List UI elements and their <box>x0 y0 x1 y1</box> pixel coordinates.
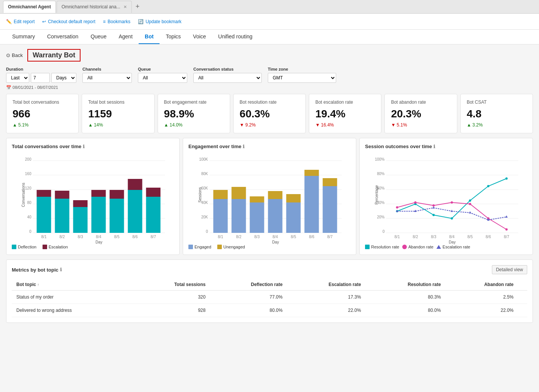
table-row: Delivered to wrong address 928 80.0% 22.… <box>12 304 527 317</box>
trend-up-icon: ▲ <box>467 122 471 128</box>
svg-text:8/7: 8/7 <box>327 235 333 239</box>
svg-rect-17 <box>73 200 88 207</box>
tab-conversation[interactable]: Conversation <box>41 30 85 44</box>
tab-queue[interactable]: Queue <box>84 30 112 44</box>
row-1-abandon: 22.0% <box>446 304 518 317</box>
svg-text:20%: 20% <box>377 215 384 219</box>
svg-text:8/2: 8/2 <box>60 235 65 239</box>
row-1-sessions: 928 <box>134 304 210 317</box>
tab-summary[interactable]: Summary <box>6 30 41 44</box>
timezone-filter: Time zone GMT <box>268 67 336 83</box>
chart-outcomes-legend: Resolution rate Abandon rate Escalation … <box>365 245 527 249</box>
channels-select[interactable]: All <box>82 73 132 83</box>
col-abandon-rate[interactable]: Abandon rate <box>446 279 518 291</box>
svg-text:8/6: 8/6 <box>309 235 315 239</box>
svg-text:8/5: 8/5 <box>291 235 296 239</box>
svg-text:8/1: 8/1 <box>395 235 400 239</box>
checkout-default-button[interactable]: ↩ Checkout default report <box>42 19 95 24</box>
kpi-change-1: ▲ 14% <box>88 122 148 128</box>
svg-text:Percentage: Percentage <box>375 185 379 205</box>
back-button[interactable]: ⊙ Back <box>6 52 23 58</box>
row-1-escalation: 22.0% <box>287 304 366 317</box>
svg-text:8/7: 8/7 <box>151 235 156 239</box>
tab-topics[interactable]: Topics <box>160 30 187 44</box>
queue-select[interactable]: All <box>138 73 187 83</box>
page-header: ⊙ Back Warranty Bot <box>6 49 533 62</box>
conv-status-filter: Conversation status All <box>193 67 262 83</box>
svg-marker-98 <box>433 206 435 209</box>
escalation-color <box>43 245 47 249</box>
metrics-header: Metrics by bot topic ℹ Detailed view <box>12 265 527 274</box>
col-bot-topic[interactable]: Bot topic ↑ <box>12 279 134 291</box>
bookmarks-button[interactable]: ≡ Bookmarks <box>103 19 130 24</box>
svg-point-88 <box>506 177 508 180</box>
svg-text:8/6: 8/6 <box>133 235 138 239</box>
detailed-view-button[interactable]: Detailed view <box>492 265 527 274</box>
svg-marker-99 <box>451 210 453 212</box>
row-0-resolution: 80.3% <box>365 291 445 304</box>
svg-rect-51 <box>250 202 264 233</box>
svg-rect-18 <box>92 197 106 233</box>
tab-bot[interactable]: Bot <box>139 30 160 44</box>
duration-preset-select[interactable]: Last <box>6 73 29 83</box>
col-total-sessions[interactable]: Total sessions <box>134 279 210 291</box>
svg-rect-12 <box>37 197 51 233</box>
svg-text:8/3: 8/3 <box>254 235 260 239</box>
duration-label: Duration <box>6 67 76 71</box>
chart-outcomes-title: Session outcomes over time ℹ <box>365 144 527 149</box>
svg-rect-22 <box>128 190 142 233</box>
resolution-color <box>365 245 370 249</box>
svg-text:200: 200 <box>25 157 32 161</box>
svg-point-86 <box>469 199 471 202</box>
svg-rect-56 <box>286 194 301 202</box>
svg-text:8/4: 8/4 <box>273 235 278 239</box>
svg-rect-14 <box>55 199 70 233</box>
tab-agent[interactable]: Agent <box>112 30 139 44</box>
duration-unit-select[interactable]: Days <box>51 73 76 83</box>
col-escalation-rate[interactable]: Escalation rate <box>287 279 366 291</box>
conv-status-select[interactable]: All <box>193 73 262 83</box>
page-title: Warranty Bot <box>27 49 81 62</box>
tab-omnichannel-agent[interactable]: Omnichannel Agent <box>3 1 56 13</box>
tab-voice[interactable]: Voice <box>187 30 212 44</box>
trend-up-icon: ▲ <box>88 122 93 128</box>
svg-text:40K: 40K <box>201 201 208 205</box>
nav-tabs: Summary Conversation Queue Agent Bot Top… <box>0 30 539 44</box>
kpi-change-4: ▼ 16.4% <box>315 122 375 128</box>
svg-text:100K: 100K <box>199 157 208 161</box>
add-tab-button[interactable]: + <box>133 3 143 11</box>
svg-text:8/1: 8/1 <box>218 235 223 239</box>
svg-text:80K: 80K <box>201 172 208 176</box>
svg-rect-16 <box>73 207 88 233</box>
chart-engagement-title: Engagement over time ℹ <box>188 144 351 149</box>
svg-point-95 <box>506 228 508 231</box>
update-bookmark-button[interactable]: 🔄 Update bookmark <box>138 19 182 24</box>
kpi-bot-resolution-rate: Bot resolution rate 60.3% ▼ 9.2% <box>233 94 306 133</box>
svg-rect-58 <box>305 170 319 176</box>
conversations-chart-svg: 0 40 80 120 160 200 <box>12 153 174 240</box>
tab-omnichannel-historical[interactable]: Omnichannel historical ana... ✕ <box>57 1 132 13</box>
chart-conversations-title: Total conversations over time ℹ <box>12 144 174 149</box>
trend-down-icon: ▼ <box>391 122 395 128</box>
col-deflection-rate[interactable]: Deflection rate <box>210 279 287 291</box>
duration-value-input[interactable] <box>31 73 50 83</box>
svg-rect-57 <box>305 176 319 233</box>
tab-unified-routing[interactable]: Unified routing <box>212 30 258 44</box>
close-tab-icon[interactable]: ✕ <box>123 5 127 9</box>
toolbar: ✏️ Edit report ↩ Checkout default report… <box>0 14 539 30</box>
col-resolution-rate[interactable]: Resolution rate <box>365 279 445 291</box>
svg-marker-102 <box>506 215 508 218</box>
kpi-bot-csat: Bot CSAT 4.8 ▲ 3.2% <box>460 94 533 133</box>
row-1-topic: Delivered to wrong address <box>12 304 134 317</box>
timezone-select[interactable]: GMT <box>268 73 336 83</box>
kpi-change-6: ▲ 3.2% <box>467 122 526 128</box>
legend-escalation-rate: Escalation rate <box>436 245 470 249</box>
svg-rect-21 <box>110 190 124 199</box>
chart-outcomes-area: 0 20% 40% 60% 80% 100% <box>365 153 527 242</box>
edit-report-button[interactable]: ✏️ Edit report <box>6 19 35 24</box>
svg-text:8/6: 8/6 <box>486 235 491 239</box>
legend-resolution-rate: Resolution rate <box>365 245 399 249</box>
svg-rect-19 <box>92 190 106 197</box>
channels-label: Channels <box>82 67 132 71</box>
charts-row: Total conversations over time ℹ 0 40 80 … <box>6 138 533 255</box>
